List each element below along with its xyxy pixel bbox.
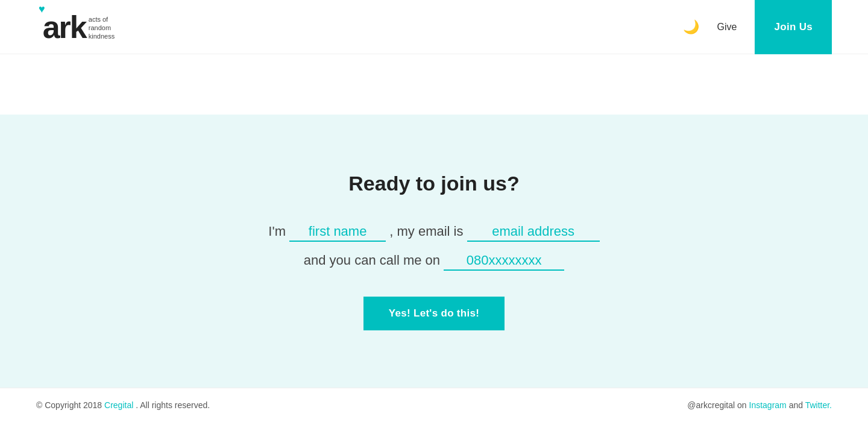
text-email-label: , my email is — [389, 224, 463, 239]
join-heading: Ready to join us? — [348, 172, 519, 195]
instagram-link[interactable]: Instagram — [749, 400, 787, 410]
footer-copyright: © Copyright 2018 Cregital . All rights r… — [36, 400, 210, 410]
first-name-input[interactable] — [289, 222, 386, 242]
copyright-text: © Copyright 2018 — [36, 400, 102, 410]
social-prefix: @arkcregital on — [687, 400, 746, 410]
header-nav: 🌙 Give Join Us — [683, 0, 832, 54]
logo-ark-text: ark — [43, 11, 86, 43]
logo-heart-icon: ♥ — [39, 3, 45, 16]
rights-text: . All rights reserved. — [136, 400, 210, 410]
email-input[interactable] — [467, 222, 600, 242]
phone-input[interactable] — [444, 251, 564, 271]
text-phone-label: and you can call me on — [304, 253, 440, 268]
hero-spacer — [0, 54, 868, 115]
submit-button[interactable]: Yes! Let's do this! — [363, 297, 505, 330]
join-form: I'm , my email is and you can call me on — [268, 217, 599, 276]
logo-tagline: acts of random kindness — [89, 15, 115, 41]
footer: © Copyright 2018 Cregital . All rights r… — [0, 388, 868, 422]
dark-mode-icon[interactable]: 🌙 — [683, 19, 699, 35]
header: ♥ ark acts of random kindness 🌙 Give Joi… — [0, 0, 868, 54]
give-link[interactable]: Give — [717, 22, 737, 33]
footer-social: @arkcregital on Instagram and Twitter. — [687, 400, 832, 410]
join-section: Ready to join us? I'm , my email is and … — [0, 115, 868, 388]
logo: ♥ ark acts of random kindness — [36, 11, 115, 43]
company-link[interactable]: Cregital — [104, 400, 133, 410]
join-us-button[interactable]: Join Us — [755, 0, 832, 54]
social-and: and — [789, 400, 803, 410]
text-im: I'm — [268, 224, 286, 239]
twitter-link[interactable]: Twitter. — [805, 400, 832, 410]
